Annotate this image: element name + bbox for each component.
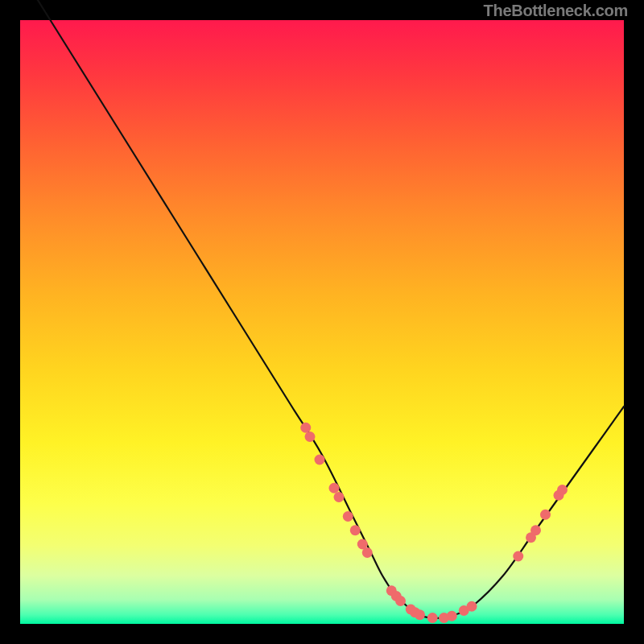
data-marker bbox=[513, 551, 523, 562]
data-marker bbox=[447, 611, 457, 621]
data-marker bbox=[415, 609, 425, 620]
data-marker bbox=[362, 547, 373, 558]
data-markers bbox=[300, 423, 568, 623]
data-marker bbox=[540, 510, 551, 520]
data-marker bbox=[334, 492, 345, 502]
data-marker bbox=[343, 511, 353, 522]
plot-area bbox=[20, 20, 624, 624]
bottleneck-curve bbox=[20, 0, 624, 618]
chart-container: { "attribution": "TheBottleneck.com", "c… bbox=[0, 0, 644, 644]
data-marker bbox=[395, 596, 406, 606]
data-marker bbox=[305, 431, 316, 442]
data-marker bbox=[329, 483, 340, 493]
data-marker bbox=[315, 455, 325, 465]
attribution-text: TheBottleneck.com bbox=[484, 2, 628, 20]
data-marker bbox=[350, 525, 361, 535]
data-marker bbox=[467, 601, 477, 612]
data-marker bbox=[557, 485, 568, 495]
data-marker bbox=[530, 525, 541, 535]
data-marker bbox=[427, 613, 438, 623]
data-marker bbox=[300, 423, 311, 433]
curve-svg bbox=[20, 20, 624, 624]
